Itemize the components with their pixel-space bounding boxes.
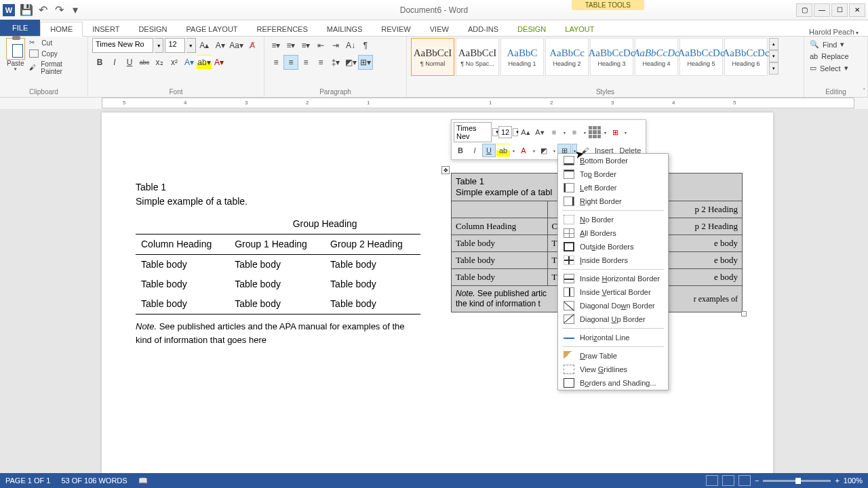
style-heading-1[interactable]: AaBbCHeading 1 <box>500 38 544 76</box>
align-right-button[interactable]: ≡ <box>298 55 313 70</box>
tab-review[interactable]: REVIEW <box>372 22 420 36</box>
copy-button[interactable]: Copy <box>28 49 83 58</box>
style-heading-5[interactable]: AaBbCcDcHeading 5 <box>679 38 723 76</box>
mini-italic[interactable]: I <box>468 144 481 157</box>
tab-view[interactable]: VIEW <box>420 22 458 36</box>
word-count[interactable]: 53 OF 106 WORDS <box>61 476 127 485</box>
borders-button[interactable]: ⊞▾ <box>358 55 373 70</box>
decrease-indent-button[interactable]: ⇤ <box>313 38 328 53</box>
table-move-handle[interactable]: ✥ <box>441 166 450 174</box>
style-heading-4[interactable]: AaBbCcDcHeading 4 <box>635 38 678 76</box>
font-size-arrow[interactable]: ▼ <box>186 38 196 53</box>
border-diagonal-up[interactable]: Diagonal Up Border <box>558 312 668 326</box>
mini-delete-table[interactable]: ⊞ <box>608 125 622 139</box>
font-name-arrow[interactable]: ▼ <box>155 38 164 53</box>
sort-button[interactable]: A↓ <box>343 38 358 53</box>
mini-bullets[interactable]: ≡ <box>547 125 561 139</box>
qat-undo[interactable]: ↶ <box>35 3 50 18</box>
strike-button[interactable]: abc <box>137 55 152 70</box>
border-all[interactable]: All Borders <box>558 226 668 240</box>
change-case-button[interactable]: Aa▾ <box>229 38 244 53</box>
find-button[interactable]: 🔍Find ▾ <box>808 39 863 49</box>
tab-insert[interactable]: INSERT <box>83 22 129 36</box>
mini-font-name[interactable]: Times Nev <box>454 122 492 142</box>
border-inside-vertical[interactable]: Inside Vertical Border <box>558 285 668 299</box>
mini-underline[interactable]: U <box>482 144 496 157</box>
border-inside[interactable]: Inside Borders <box>558 253 668 267</box>
minimize-button[interactable]: — <box>814 3 830 17</box>
collapse-ribbon-button[interactable]: ˆ <box>863 88 865 96</box>
zoom-out-button[interactable]: − <box>755 476 759 485</box>
mini-numbering[interactable]: ≡ <box>568 125 581 139</box>
tab-table-layout[interactable]: LAYOUT <box>555 22 604 36</box>
font-size-select[interactable]: 12 <box>165 38 184 53</box>
draw-table[interactable]: Draw Table <box>558 349 668 363</box>
bold-button[interactable]: B <box>92 55 107 70</box>
highlight-button[interactable]: ab▾ <box>197 55 212 70</box>
tab-design[interactable]: DESIGN <box>129 22 176 36</box>
border-none[interactable]: No Border <box>558 213 668 226</box>
tab-addins[interactable]: ADD-INS <box>458 22 508 36</box>
style--no-spac-[interactable]: AaBbCcI¶ No Spac... <box>456 38 499 76</box>
mini-insert-table[interactable] <box>588 125 601 139</box>
user-menu[interactable]: Harold Peach <box>809 28 859 36</box>
format-painter-button[interactable]: 🖌Format Painter <box>28 60 83 76</box>
tab-mailings[interactable]: MAILINGS <box>317 22 372 36</box>
border-diagonal-down[interactable]: Diagonal Down Border <box>558 299 668 312</box>
border-top[interactable]: Top Border <box>558 167 668 181</box>
shading-button[interactable]: ◩▾ <box>343 55 358 70</box>
style--normal[interactable]: AaBbCcI¶ Normal <box>411 38 454 76</box>
subscript-button[interactable]: x₂ <box>152 55 167 70</box>
bullets-button[interactable]: ≡▾ <box>269 38 283 53</box>
line-spacing-button[interactable]: ‡▾ <box>328 55 343 70</box>
italic-button[interactable]: I <box>107 55 122 70</box>
border-inside-horizontal[interactable]: Inside Horizontal Border <box>558 272 668 285</box>
align-left-button[interactable]: ≡ <box>269 55 283 70</box>
styles-scroll[interactable]: ▾ <box>769 62 778 75</box>
styles-scroll[interactable]: ▴ <box>769 38 778 50</box>
mini-font-size[interactable]: 12 <box>498 126 512 138</box>
maximize-button[interactable]: ☐ <box>831 3 848 17</box>
tab-table-design[interactable]: DESIGN <box>508 22 555 36</box>
ruler[interactable]: 5432112345 <box>0 98 868 110</box>
qat-save[interactable]: 💾 <box>19 3 34 18</box>
shrink-font-button[interactable]: A▾ <box>213 38 227 53</box>
increase-indent-button[interactable]: ⇥ <box>328 38 343 53</box>
styles-scroll[interactable]: ▾ <box>769 50 778 62</box>
show-marks-button[interactable]: ¶ <box>358 38 373 53</box>
mini-bold[interactable]: B <box>454 144 467 157</box>
window-options[interactable]: ▢ <box>796 3 812 17</box>
replace-button[interactable]: abReplace <box>808 52 863 61</box>
superscript-button[interactable]: x² <box>167 55 182 70</box>
clear-formatting-button[interactable]: A̸ <box>245 38 260 53</box>
read-mode-button[interactable] <box>706 475 718 486</box>
mini-font-color[interactable]: A <box>517 144 530 157</box>
underline-button[interactable]: U <box>122 55 137 70</box>
borders-and-shading[interactable]: Borders and Shading... <box>558 376 668 390</box>
horizontal-line[interactable]: Horizontal Line <box>558 331 668 344</box>
border-outside[interactable]: Outside Borders <box>558 240 668 253</box>
qat-customize[interactable]: ▾ <box>68 3 83 18</box>
view-gridlines[interactable]: View Gridlines <box>558 363 668 376</box>
style-heading-6[interactable]: AaBbCcDcHeading 6 <box>724 38 768 76</box>
align-center-button[interactable]: ≡ <box>283 55 298 70</box>
mini-grow-font[interactable]: A▴ <box>519 125 532 139</box>
grow-font-button[interactable]: A▴ <box>197 38 212 53</box>
web-layout-button[interactable] <box>738 475 751 486</box>
justify-button[interactable]: ≡ <box>313 55 328 70</box>
zoom-level[interactable]: 100% <box>844 476 863 485</box>
mini-shrink-font[interactable]: A▾ <box>533 125 547 139</box>
close-button[interactable]: ✕ <box>849 3 865 17</box>
border-left[interactable]: Left Border <box>558 181 668 195</box>
border-right[interactable]: Right Border <box>558 195 668 208</box>
zoom-in-button[interactable]: + <box>835 476 839 485</box>
select-button[interactable]: ▭Select ▾ <box>808 63 863 73</box>
font-color-button[interactable]: A▾ <box>212 55 226 70</box>
zoom-slider[interactable] <box>763 480 831 482</box>
mini-highlight[interactable]: ab <box>496 144 510 157</box>
tab-pagelayout[interactable]: PAGE LAYOUT <box>177 22 248 36</box>
paste-button[interactable]: Paste ▼ <box>4 38 26 71</box>
style-heading-2[interactable]: AaBbCcHeading 2 <box>545 38 589 76</box>
font-name-select[interactable]: Times New Ro <box>92 38 153 53</box>
tab-file[interactable]: FILE <box>0 20 40 36</box>
